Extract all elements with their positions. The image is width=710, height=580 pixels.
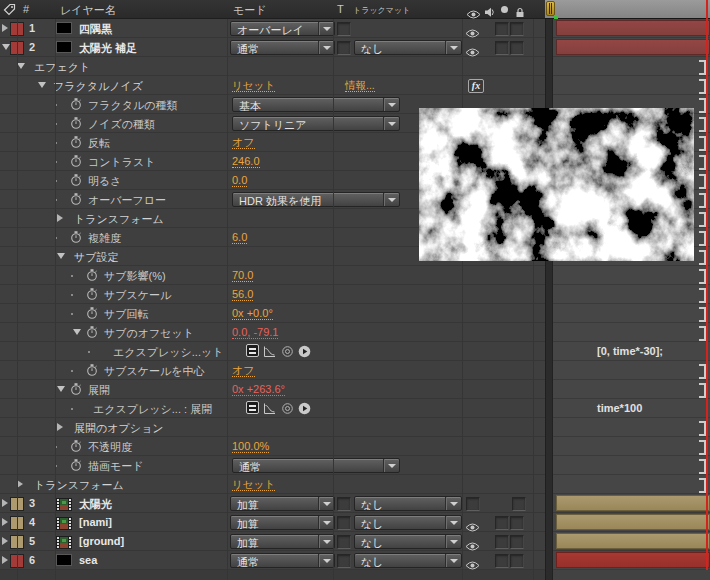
current-time-indicator[interactable] bbox=[546, 1, 555, 16]
property-dropdown[interactable]: HDR 効果を使用 bbox=[232, 192, 400, 207]
stopwatch-icon[interactable] bbox=[86, 363, 98, 381]
expand-arrow[interactable] bbox=[2, 44, 10, 50]
layer-name[interactable]: 太陽光 補足 bbox=[79, 41, 137, 56]
lock-switch-box[interactable] bbox=[510, 22, 524, 36]
layer-row-layer-5[interactable]: 5[ground]加算なし bbox=[0, 532, 710, 551]
column-mode[interactable]: モード bbox=[233, 3, 267, 18]
mode-dropdown[interactable]: 加算 bbox=[230, 515, 335, 530]
timeline-track[interactable] bbox=[553, 418, 710, 437]
track-matte-dropdown[interactable]: なし bbox=[354, 534, 462, 549]
expand-arrow[interactable] bbox=[2, 499, 8, 507]
stopwatch-icon[interactable] bbox=[70, 173, 82, 191]
expand-arrow[interactable] bbox=[73, 329, 81, 335]
stopwatch-icon[interactable] bbox=[70, 458, 82, 476]
timeline-track[interactable] bbox=[553, 76, 710, 95]
expand-arrow[interactable] bbox=[57, 253, 65, 259]
expression-menu-icon[interactable] bbox=[298, 401, 311, 414]
lock-switch-box[interactable] bbox=[512, 497, 526, 511]
solo-switch-box[interactable] bbox=[495, 554, 509, 568]
lock-switch-box[interactable] bbox=[510, 516, 524, 530]
layer-duration-bar[interactable] bbox=[556, 552, 710, 568]
layer-name[interactable]: 四隅黒 bbox=[79, 22, 112, 37]
stopwatch-icon[interactable] bbox=[70, 116, 82, 134]
expand-arrow[interactable] bbox=[2, 518, 8, 526]
track-matte-toggle[interactable] bbox=[337, 22, 351, 36]
track-matte-toggle[interactable] bbox=[337, 497, 351, 511]
stopwatch-icon[interactable] bbox=[70, 135, 82, 153]
timeline-track[interactable] bbox=[553, 323, 710, 342]
track-matte-toggle[interactable] bbox=[337, 41, 351, 55]
property-value[interactable]: 0.0, -79.1 bbox=[232, 326, 278, 339]
track-matte-toggle[interactable] bbox=[337, 554, 351, 568]
timeline-track[interactable] bbox=[553, 456, 710, 475]
timeline-track[interactable] bbox=[553, 437, 710, 456]
reset-link[interactable]: リセット bbox=[232, 478, 275, 491]
info-link[interactable]: 情報... bbox=[345, 79, 375, 92]
expand-arrow[interactable] bbox=[2, 537, 8, 545]
layer-name[interactable]: 太陽光 bbox=[79, 497, 112, 512]
timeline-track[interactable] bbox=[553, 380, 710, 399]
layer-duration-bar[interactable] bbox=[556, 20, 710, 36]
column-track-matte[interactable]: トラックマット bbox=[353, 5, 410, 16]
column-layer-name[interactable]: レイヤー名 bbox=[60, 3, 116, 18]
panel-divider[interactable] bbox=[545, 0, 553, 580]
track-matte-dropdown[interactable]: なし bbox=[354, 40, 462, 55]
timeline-track[interactable] bbox=[553, 57, 710, 76]
layer-row-layer-4[interactable]: 4[nami]加算なし bbox=[0, 513, 710, 532]
time-ruler[interactable] bbox=[545, 0, 710, 19]
layer-name[interactable]: sea bbox=[79, 554, 97, 566]
timeline-track[interactable] bbox=[553, 304, 710, 323]
reset-link[interactable]: リセット bbox=[232, 79, 275, 92]
timeline-track[interactable] bbox=[553, 361, 710, 380]
property-value[interactable]: 0x +263.6° bbox=[232, 383, 285, 396]
property-value[interactable]: オフ bbox=[232, 364, 255, 377]
lock-switch-box[interactable] bbox=[510, 535, 524, 549]
layer-row-layer-1[interactable]: 1四隅黒オーバーレイ bbox=[0, 19, 710, 38]
stopwatch-icon[interactable] bbox=[70, 230, 82, 248]
solo-switch-box[interactable] bbox=[495, 516, 509, 530]
expression-graph-icon[interactable] bbox=[263, 344, 276, 357]
track-matte-dropdown[interactable]: なし bbox=[354, 515, 462, 530]
expand-arrow[interactable] bbox=[57, 386, 65, 392]
layer-row-layer-6[interactable]: 6sea通常なし bbox=[0, 551, 710, 570]
solo-switch-box[interactable] bbox=[495, 22, 509, 36]
solo-switch-box[interactable] bbox=[495, 535, 509, 549]
expression-menu-icon[interactable] bbox=[298, 344, 311, 357]
track-matte-toggle[interactable] bbox=[337, 535, 351, 549]
expression-pickwhip-icon[interactable] bbox=[281, 401, 294, 414]
mode-dropdown[interactable]: 通常 bbox=[230, 40, 335, 55]
fx-badge[interactable]: fx bbox=[468, 79, 484, 93]
label-tag-icon[interactable] bbox=[3, 3, 16, 18]
lock-switch-box[interactable] bbox=[510, 554, 524, 568]
property-value[interactable]: 56.0 bbox=[232, 288, 253, 301]
layer-name[interactable]: [nami] bbox=[79, 516, 112, 528]
layer-duration-bar[interactable] bbox=[556, 533, 710, 549]
stopwatch-icon[interactable] bbox=[70, 97, 82, 115]
expand-arrow[interactable] bbox=[38, 82, 46, 88]
timeline-track[interactable] bbox=[553, 285, 710, 304]
property-value[interactable]: 100.0% bbox=[232, 440, 269, 453]
property-value[interactable]: 6.0 bbox=[232, 231, 247, 244]
stopwatch-icon[interactable] bbox=[70, 439, 82, 457]
stopwatch-icon[interactable] bbox=[86, 306, 98, 324]
column-t[interactable]: T bbox=[337, 3, 344, 15]
track-matte-dropdown[interactable]: なし bbox=[354, 496, 462, 511]
property-dropdown[interactable]: ソフトリニア bbox=[232, 116, 400, 131]
layer-duration-bar[interactable] bbox=[556, 514, 710, 530]
mode-dropdown[interactable]: 加算 bbox=[230, 534, 335, 549]
expand-arrow[interactable] bbox=[17, 63, 25, 69]
property-dropdown[interactable]: 基本 bbox=[232, 97, 400, 112]
video-switch-box[interactable] bbox=[466, 497, 480, 511]
layer-duration-bar[interactable] bbox=[556, 495, 710, 511]
mode-dropdown[interactable]: オーバーレイ bbox=[230, 21, 335, 36]
track-matte-dropdown[interactable]: なし bbox=[354, 553, 462, 568]
track-matte-toggle[interactable] bbox=[337, 516, 351, 530]
stopwatch-icon[interactable] bbox=[86, 287, 98, 305]
stopwatch-icon[interactable] bbox=[70, 192, 82, 210]
property-value[interactable]: 0.0 bbox=[232, 174, 247, 187]
expand-arrow[interactable] bbox=[2, 556, 8, 564]
expression-enable-icon[interactable] bbox=[246, 344, 259, 357]
property-value[interactable]: 70.0 bbox=[232, 269, 253, 282]
mode-dropdown[interactable]: 通常 bbox=[230, 553, 335, 568]
lock-switch-box[interactable] bbox=[510, 41, 524, 55]
